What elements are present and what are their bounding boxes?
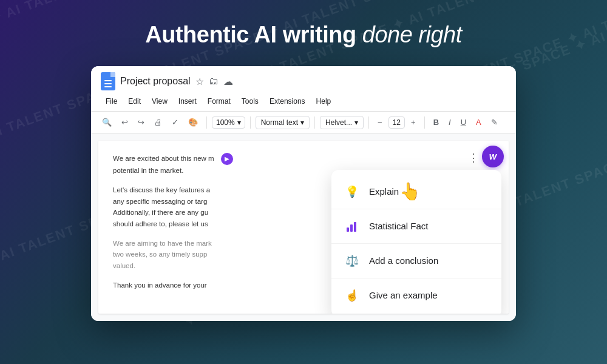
zoom-control[interactable]: 100% ▾	[212, 116, 245, 129]
menu-file[interactable]: File	[101, 95, 122, 107]
font-size-value: 12	[393, 118, 401, 127]
font-select[interactable]: Helvet... ▾	[320, 116, 364, 129]
menu-format[interactable]: Format	[203, 95, 236, 107]
menu-tools[interactable]: Tools	[237, 95, 263, 107]
highlight-btn[interactable]: ✎	[487, 115, 501, 129]
menu-edit[interactable]: Edit	[123, 95, 146, 107]
separator-2	[250, 116, 251, 129]
decrease-font-btn[interactable]: −	[374, 115, 386, 129]
statistical-fact-label: Statistical Fact	[369, 219, 429, 234]
document-page[interactable]: We are excited about this new m ▶ potent…	[98, 141, 509, 314]
bold-btn[interactable]: B	[430, 115, 443, 129]
add-conclusion-label: Add a conclusion	[369, 254, 438, 268]
increase-font-btn[interactable]: +	[407, 115, 419, 129]
font-color-label: A	[476, 118, 481, 127]
star-icon[interactable]: ☆	[195, 76, 204, 87]
add-conclusion-icon: ⚖️	[344, 252, 361, 269]
menu-bar: File Edit View Insert Format Tools Exten…	[101, 94, 506, 111]
cloud-icon[interactable]: ☁	[223, 76, 233, 87]
svg-rect-2	[354, 222, 356, 232]
widget-button[interactable]: w	[482, 146, 504, 167]
explain-label: Explain	[369, 184, 399, 199]
menu-insert[interactable]: Insert	[174, 95, 202, 107]
print-btn[interactable]: 🖨	[151, 115, 166, 129]
headline-normal: Authentic AI writing	[145, 22, 362, 47]
explain-icon: 💡	[344, 183, 361, 200]
zoom-dropdown-icon: ▾	[237, 118, 241, 127]
give-example-menu-item[interactable]: ☝️ Give an example	[331, 278, 501, 312]
separator-3	[314, 116, 315, 129]
menu-view[interactable]: View	[147, 95, 172, 107]
menu-help[interactable]: Help	[311, 95, 336, 107]
context-menu: 💡 Explain Statistical Fact	[331, 170, 501, 314]
redo-btn[interactable]: ↪	[134, 115, 148, 129]
spellcheck-btn[interactable]: ✓	[168, 115, 182, 129]
statistical-fact-menu-item[interactable]: Statistical Fact	[331, 209, 501, 244]
docs-app-icon	[101, 72, 115, 90]
title-icons: ☆ 🗂 ☁	[195, 76, 233, 87]
widget-label: w	[489, 149, 497, 164]
separator-1	[206, 116, 207, 129]
font-dropdown-icon: ▾	[354, 118, 358, 127]
italic-btn[interactable]: I	[445, 115, 455, 129]
page-headline: Authentic AI writing done right	[145, 22, 462, 48]
svg-rect-0	[347, 228, 349, 232]
text-style-dropdown-icon: ▾	[300, 118, 304, 127]
text-style-select[interactable]: Normal text ▾	[256, 116, 310, 129]
separator-4	[368, 116, 369, 129]
arrow-button[interactable]: ▶	[221, 153, 233, 165]
docs-window: Project proposal ☆ 🗂 ☁ File Edit View In…	[91, 66, 516, 321]
toolbar: 🔍 ↩ ↪ 🖨 ✓ 🎨 100% ▾ Normal text ▾ Helvet.…	[91, 112, 516, 133]
explain-menu-item[interactable]: 💡 Explain	[331, 175, 501, 209]
folder-icon[interactable]: 🗂	[209, 76, 219, 87]
undo-btn[interactable]: ↩	[118, 115, 132, 129]
menu-extensions[interactable]: Extensions	[265, 95, 310, 107]
font-color-btn[interactable]: A	[472, 115, 485, 129]
font-value: Helvet...	[325, 118, 352, 127]
dots-menu[interactable]: ⋮	[468, 149, 480, 167]
give-example-icon: ☝️	[344, 287, 361, 304]
add-conclusion-menu-item[interactable]: ⚖️ Add a conclusion	[331, 244, 501, 278]
zoom-value: 100%	[216, 118, 235, 127]
paint-format-btn[interactable]: 🎨	[185, 115, 202, 129]
svg-rect-1	[350, 224, 353, 232]
statistical-fact-icon	[344, 218, 361, 235]
headline-italic: done right	[362, 22, 462, 47]
underline-btn[interactable]: U	[457, 115, 470, 129]
document-title[interactable]: Project proposal	[120, 76, 191, 87]
separator-5	[424, 116, 425, 129]
give-example-label: Give an example	[369, 288, 438, 303]
page-content: Authentic AI writing done right Project …	[0, 0, 607, 364]
font-size-control[interactable]: 12	[388, 116, 405, 129]
search-toolbar-btn[interactable]: 🔍	[98, 115, 115, 129]
document-body: We are excited about this new m ▶ potent…	[91, 133, 516, 321]
text-style-value: Normal text	[261, 118, 298, 127]
title-bar: Project proposal ☆ 🗂 ☁ File Edit View In…	[91, 66, 516, 112]
